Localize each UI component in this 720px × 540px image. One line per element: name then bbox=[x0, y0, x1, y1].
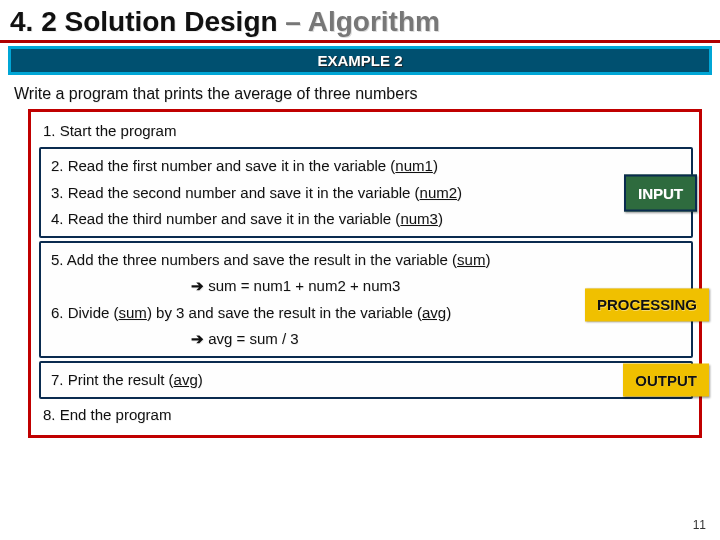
step-7: 7. Print the result (avg) bbox=[47, 367, 581, 393]
processing-box: 5. Add the three numbers and save the re… bbox=[39, 241, 693, 358]
step-2: 2. Read the first number and save it in … bbox=[47, 153, 685, 179]
title-section: 4. 2 Solution Design bbox=[10, 6, 278, 37]
arrow-icon: ➔ bbox=[191, 330, 204, 347]
step-5: 5. Add the three numbers and save the re… bbox=[47, 247, 685, 273]
algorithm-frame: 1. Start the program 2. Read the first n… bbox=[28, 109, 702, 438]
task-text: Write a program that prints the average … bbox=[0, 81, 720, 109]
title-topic: Algorithm bbox=[308, 6, 440, 37]
example-label: EXAMPLE 2 bbox=[11, 49, 709, 72]
input-box: 2. Read the first number and save it in … bbox=[39, 147, 693, 238]
arrow-icon: ➔ bbox=[191, 277, 204, 294]
input-label: INPUT bbox=[624, 174, 697, 211]
step-3: 3. Read the second number and save it in… bbox=[47, 180, 685, 206]
title-sep: – bbox=[278, 6, 308, 37]
output-box: 7. Print the result (avg) OUTPUT bbox=[39, 361, 693, 399]
example-banner: EXAMPLE 2 bbox=[8, 46, 712, 75]
output-label: OUTPUT bbox=[623, 364, 709, 397]
page-number: 11 bbox=[693, 518, 706, 532]
step-4: 4. Read the third number and save it in … bbox=[47, 206, 685, 232]
step-6-formula: ➔ avg = sum / 3 bbox=[47, 326, 685, 352]
step-8: 8. End the program bbox=[39, 402, 693, 428]
processing-label: PROCESSING bbox=[585, 288, 709, 321]
page-title: 4. 2 Solution Design – Algorithm bbox=[0, 0, 720, 43]
step-1: 1. Start the program bbox=[39, 118, 693, 144]
